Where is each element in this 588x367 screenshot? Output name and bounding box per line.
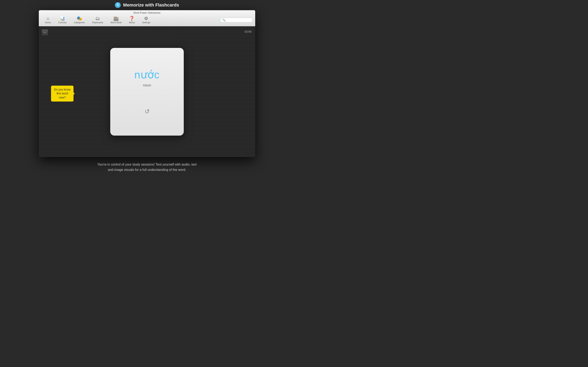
- search-box[interactable]: 🔍: [220, 18, 253, 22]
- nav-label-flashcards: Flashcards: [92, 21, 103, 24]
- search-icon: 🔍: [222, 18, 226, 22]
- toolbar-app-title: Word Power Vietnamese: [39, 10, 255, 15]
- caption-line1: You're in control of your study sessions…: [97, 162, 197, 167]
- nav-label-about: About: [129, 21, 135, 24]
- nav-item-about[interactable]: ❓ About: [125, 16, 139, 25]
- nav-item-settings[interactable]: ⚙ Settings: [138, 16, 154, 25]
- card-word: nước: [134, 68, 160, 81]
- nav-label-settings: Settings: [142, 21, 150, 24]
- card-part-of-speech: noun: [143, 83, 151, 87]
- nav-items: ⌂ Home 📊 Courses 🎭 Categories 🗂 Flashcar…: [41, 16, 220, 25]
- nav-label-courses: Courses: [58, 21, 67, 24]
- nav-label-categories: Categories: [74, 21, 85, 24]
- nav-item-word-bank[interactable]: 🏬 Word Bank: [107, 16, 125, 25]
- app-window: Word Power Vietnamese ⌂ Home 📊 Courses 🎭…: [39, 10, 255, 157]
- nav-label-home: Home: [45, 21, 51, 24]
- nav-item-flashcards[interactable]: 🗂 Flashcards: [89, 16, 107, 25]
- toolbar: Word Power Vietnamese ⌂ Home 📊 Courses 🎭…: [39, 10, 255, 26]
- main-content: ← 42/46 Do you know this word now? nước …: [39, 26, 255, 157]
- settings-icon: ⚙: [144, 16, 148, 21]
- title-badge: 5: [115, 2, 121, 8]
- toolbar-nav: ⌂ Home 📊 Courses 🎭 Categories 🗂 Flashcar…: [39, 15, 255, 26]
- categories-icon: 🎭: [77, 16, 82, 21]
- bottom-caption: You're in control of your study sessions…: [93, 157, 201, 177]
- app-title: Memorize with Flashcards: [123, 2, 179, 8]
- home-icon: ⌂: [47, 16, 49, 21]
- about-icon: ❓: [129, 16, 135, 21]
- nav-label-word-bank: Word Bank: [111, 21, 121, 24]
- caption-line2: and image visuals for a full understandi…: [97, 167, 197, 173]
- word-bank-icon: 🏬: [113, 16, 119, 21]
- flip-button[interactable]: ↺: [145, 108, 150, 115]
- nav-item-home[interactable]: ⌂ Home: [41, 16, 54, 25]
- nav-item-categories[interactable]: 🎭 Categories: [70, 16, 88, 25]
- nav-item-courses[interactable]: 📊 Courses: [54, 16, 70, 25]
- card-counter: 42/46: [244, 30, 251, 33]
- flashcard[interactable]: nước noun ↺: [110, 48, 184, 136]
- search-input[interactable]: [227, 18, 251, 21]
- back-button[interactable]: ←: [42, 29, 48, 36]
- title-bar: 5 Memorize with Flashcards: [0, 0, 294, 10]
- flashcards-icon: 🗂: [95, 16, 100, 21]
- tooltip-bubble: Do you know this word now?: [51, 86, 73, 102]
- back-arrow-icon: ←: [43, 31, 47, 34]
- courses-icon: 📊: [60, 16, 65, 21]
